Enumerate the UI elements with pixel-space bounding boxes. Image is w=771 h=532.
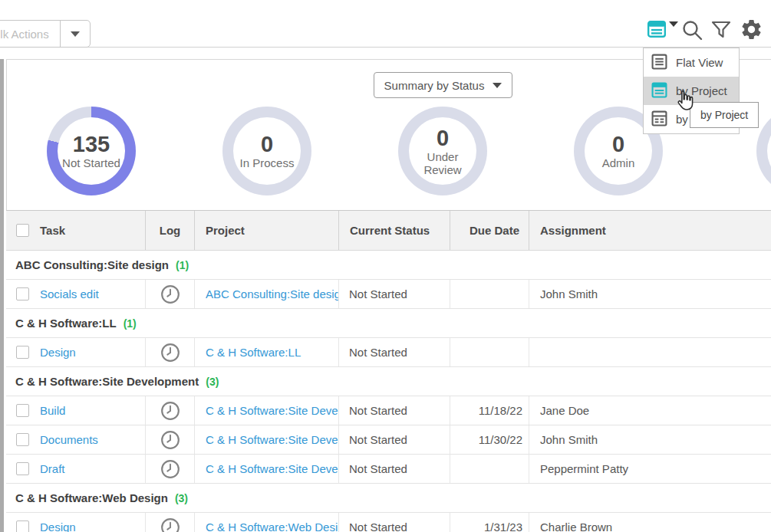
group-name: ABC Consulting:Site design	[15, 258, 169, 271]
table-row: Design C & H Software:LL Not Started	[6, 338, 771, 367]
log-cell	[146, 280, 195, 308]
gear-icon	[740, 18, 763, 41]
donut-label: In Process	[235, 156, 299, 169]
status-cell: Not Started	[339, 396, 450, 425]
group-task-count: (1)	[124, 317, 137, 330]
caret-down-icon	[493, 83, 502, 88]
status-donut-not-started[interactable]: 135 Not Started	[47, 107, 136, 195]
clock-icon	[160, 343, 180, 363]
task-link[interactable]: Build	[40, 404, 65, 417]
task-cell: Build	[6, 396, 146, 425]
menu-item-by-project[interactable]: by Project	[644, 77, 739, 105]
caret-down-icon	[669, 21, 678, 27]
select-all-checkbox[interactable]	[16, 224, 29, 237]
clock-icon	[160, 459, 180, 479]
project-link[interactable]: ABC Consulting:Site desig	[195, 280, 339, 308]
project-link[interactable]: C & H Software:Web Desi	[195, 513, 339, 532]
project-link[interactable]: C & H Software:Site Deve	[195, 455, 339, 483]
menu-item-label: by Project	[676, 84, 727, 97]
log-cell	[146, 513, 195, 532]
assignment-cell: John Smith	[529, 425, 771, 454]
due-date-cell	[450, 280, 529, 308]
top-toolbar: Bulk Actions	[0, 0, 771, 48]
group-name: C & H Software:Web Design	[15, 491, 168, 504]
task-link[interactable]: Socials edit	[40, 287, 99, 300]
column-header-project: Project	[195, 211, 339, 250]
group-task-count: (1)	[176, 259, 189, 271]
settings-button[interactable]	[740, 18, 763, 44]
row-checkbox[interactable]	[16, 404, 29, 417]
by-project-icon	[651, 82, 667, 100]
app-root: { "topbar": { "bulk_actions_label": "Bul…	[0, 0, 771, 532]
donut-center: 0 Admin	[585, 117, 652, 185]
status-cell: Not Started	[339, 280, 450, 308]
flat-view-icon	[651, 54, 667, 72]
group-task-count: (3)	[175, 492, 188, 504]
menu-item-flat-view[interactable]: Flat View	[644, 48, 739, 77]
summary-by-status-select[interactable]: Summary by Status	[374, 72, 512, 98]
project-group-header: C & H Software:Site Development (3)	[6, 367, 771, 396]
task-link[interactable]: Design	[40, 346, 76, 359]
status-donut-in-process[interactable]: 0 In Process	[222, 107, 311, 195]
donut-value: 0	[261, 133, 273, 156]
table-row: Design C & H Software:Web Desi Not Start…	[6, 513, 771, 532]
column-header-due-date: Due Date	[450, 211, 529, 250]
table-row: Build C & H Software:Site Deve Not Start…	[6, 396, 771, 425]
filter-button[interactable]	[710, 20, 732, 43]
column-header-task: Task	[6, 211, 146, 250]
project-link[interactable]: C & H Software:Site Deve	[195, 425, 339, 454]
group-task-count: (3)	[206, 376, 219, 388]
row-checkbox[interactable]	[16, 346, 29, 359]
clock-icon	[160, 517, 180, 532]
group-name: C & H Software:Site Development	[15, 375, 199, 388]
column-header-assignment: Assignment	[529, 211, 771, 250]
clock-icon	[160, 284, 180, 304]
log-cell	[146, 338, 195, 366]
row-checkbox[interactable]	[16, 521, 29, 532]
clock-icon	[160, 401, 180, 421]
project-group-header: ABC Consulting:Site design (1)	[6, 251, 771, 280]
status-cell: Not Started	[339, 338, 450, 366]
donut-label: Admin	[586, 156, 651, 169]
search-button[interactable]	[680, 18, 704, 45]
project-link[interactable]: C & H Software:Site Deve	[195, 396, 339, 425]
project-link[interactable]: C & H Software:LL	[195, 338, 339, 366]
task-link[interactable]: Draft	[40, 462, 65, 475]
donut-label: Under Review	[410, 150, 475, 176]
log-time-button[interactable]	[160, 284, 180, 304]
collapsed-sidebar-strip	[0, 59, 4, 532]
log-time-button[interactable]	[160, 343, 180, 363]
log-time-button[interactable]	[160, 401, 180, 421]
task-cell: Socials edit	[6, 280, 146, 308]
assignment-cell	[529, 338, 771, 366]
assignment-cell: Charlie Brown	[529, 513, 771, 532]
column-label: Due Date	[470, 224, 519, 237]
log-time-button[interactable]	[160, 517, 180, 532]
menu-item-label: Flat View	[676, 56, 723, 69]
status-cell: Not Started	[339, 425, 450, 454]
column-header-log: Log	[146, 211, 195, 250]
clock-icon	[160, 430, 180, 450]
row-checkbox[interactable]	[16, 462, 29, 475]
task-link[interactable]: Design	[40, 521, 76, 532]
assignment-cell: Peppermint Patty	[529, 455, 771, 483]
view-switcher-button[interactable]	[647, 19, 677, 41]
due-date-cell	[450, 338, 529, 366]
project-group-header: C & H Software:Web Design (3)	[6, 484, 771, 513]
due-date-cell: 11/18/22	[450, 396, 529, 425]
log-cell	[146, 455, 195, 483]
row-checkbox[interactable]	[16, 287, 29, 300]
task-cell: Design	[6, 338, 146, 366]
log-cell	[146, 396, 195, 425]
row-checkbox[interactable]	[16, 433, 29, 446]
group-name: C & H Software:LL	[15, 317, 117, 330]
donut-value: 135	[73, 133, 110, 156]
log-time-button[interactable]	[160, 430, 180, 450]
log-time-button[interactable]	[160, 459, 180, 479]
status-donut-under-review[interactable]: 0 Under Review	[398, 107, 487, 195]
bulk-actions-button[interactable]: Bulk Actions	[0, 20, 91, 48]
button-divider	[60, 21, 61, 47]
column-label: Current Status	[350, 224, 430, 237]
table-row: Draft C & H Software:Site Deve Not Start…	[6, 455, 771, 484]
task-link[interactable]: Documents	[40, 433, 98, 446]
